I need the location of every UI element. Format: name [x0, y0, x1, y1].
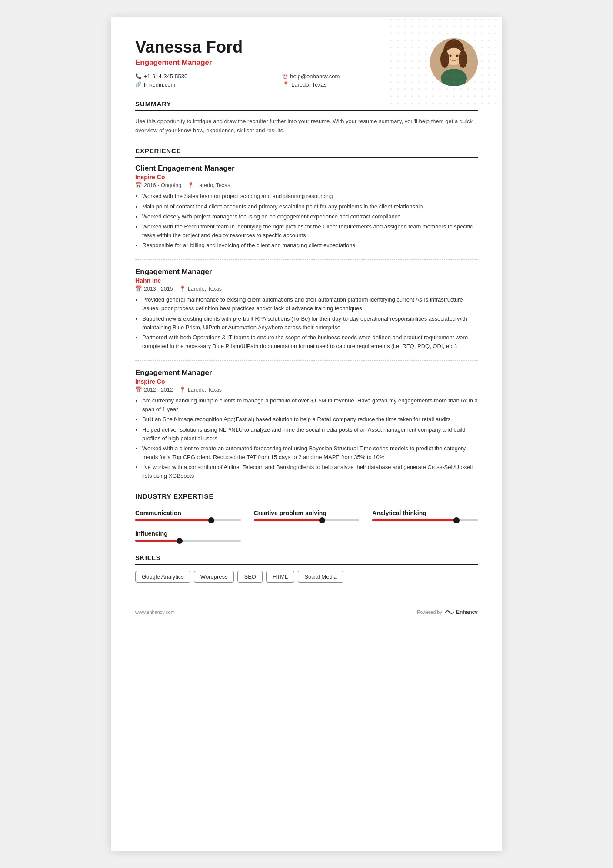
- skill-html: HTML: [266, 571, 294, 583]
- bullet-item: Worked with the Sales team on project sc…: [142, 192, 478, 201]
- svg-point-6: [459, 50, 467, 68]
- header-left: Vanessa Ford Engagement Manager 📞 +1-914…: [135, 38, 430, 88]
- expertise-creative-label: Creative problem solving: [254, 509, 360, 516]
- footer-website: www.enhancv.com: [135, 610, 175, 615]
- header: Vanessa Ford Engagement Manager 📞 +1-914…: [135, 38, 478, 88]
- expertise-influencing-bar: [135, 540, 241, 542]
- skill-social-media: Social Media: [298, 571, 343, 583]
- calendar-icon: 📅: [135, 182, 142, 188]
- expertise-section: INDUSTRY EXPERTISE Communication Creativ…: [135, 493, 478, 542]
- skill-wordpress: Wordpress: [194, 571, 234, 583]
- bullet-item: Provided general maintenance to existing…: [142, 295, 478, 313]
- expertise-communication: Communication: [135, 509, 241, 521]
- bullet-item: Partnered with both Operations & IT team…: [142, 333, 478, 351]
- expertise-influencing-label: Influencing: [135, 530, 241, 537]
- expertise-communication-bar: [135, 519, 241, 521]
- job-1-title: Client Engagement Manager: [135, 164, 478, 173]
- bullet-item: Supplied new & existing clients with pre…: [142, 315, 478, 332]
- job-1-location: 📍 Laredo, Texas: [187, 182, 230, 188]
- location-pin-icon: 📍: [179, 285, 186, 292]
- exp-divider-1: [135, 259, 478, 260]
- job-2-meta: 📅 2013 - 2015 📍 Laredo, Texas: [135, 285, 478, 292]
- job-1-meta: 📅 2016 - Ongoing 📍 Laredo, Texas: [135, 182, 478, 188]
- avatar: [430, 38, 478, 86]
- skills-list: Google Analytics Wordpress SEO HTML Soci…: [135, 571, 478, 583]
- summary-text: Use this opportunity to intrigue and dra…: [135, 117, 478, 135]
- calendar-icon: 📅: [135, 285, 142, 292]
- bullet-item: Am currently handling multiple clients t…: [142, 396, 478, 414]
- email-icon: @: [283, 73, 288, 79]
- location-value: Laredo, Texas: [291, 81, 326, 88]
- powered-by-label: Powered by: [417, 610, 442, 615]
- job-3: Engagement Manager Inspire Co 📅 2012 - 2…: [135, 369, 478, 480]
- job-1-company: Inspire Co: [135, 174, 478, 181]
- expertise-analytical-bar: [372, 519, 478, 521]
- experience-section: EXPERIENCE Client Engagement Manager Ins…: [135, 147, 478, 480]
- phone-contact: 📞 +1-914-345-5530: [135, 73, 274, 80]
- expertise-analytical: Analytical thinking: [372, 509, 478, 521]
- email-contact: @ help@enhancv.com: [283, 73, 421, 80]
- job-3-title: Engagement Manager: [135, 369, 478, 377]
- brand-name: Enhancv: [456, 609, 478, 615]
- phone-icon: 📞: [135, 73, 142, 79]
- resume-page: Vanessa Ford Engagement Manager 📞 +1-914…: [111, 17, 502, 851]
- summary-title: SUMMARY: [135, 100, 478, 111]
- job-2-company: Hahn Inc: [135, 277, 478, 284]
- email-value: help@enhancv.com: [290, 73, 340, 80]
- svg-point-5: [440, 50, 449, 68]
- skill-google-analytics: Google Analytics: [135, 571, 190, 583]
- job-2-location: 📍 Laredo, Texas: [179, 285, 222, 292]
- skills-title: SKILLS: [135, 554, 478, 565]
- skills-section: SKILLS Google Analytics Wordpress SEO HT…: [135, 554, 478, 583]
- job-1: Client Engagement Manager Inspire Co 📅 2…: [135, 164, 478, 250]
- bullet-item: Main point of contact for 4 client accou…: [142, 202, 478, 211]
- bullet-item: Worked closely with project managers foc…: [142, 212, 478, 221]
- calendar-icon: 📅: [135, 386, 142, 393]
- location-contact: 📍 Laredo, Texas: [283, 81, 421, 88]
- bullet-item: Worked with the Recruitment team in iden…: [142, 222, 478, 240]
- contact-grid: 📞 +1-914-345-5530 @ help@enhancv.com 🔗 l…: [135, 73, 421, 88]
- job-1-dates: 📅 2016 - Ongoing: [135, 182, 181, 188]
- job-3-company: Inspire Co: [135, 378, 478, 385]
- bullet-item: Responsible for all billing and invoicin…: [142, 241, 478, 250]
- svg-point-8: [450, 55, 452, 57]
- footer-powered: Powered by Enhancv: [417, 609, 478, 616]
- linkedin-value: linkedin.com: [144, 81, 175, 88]
- bullet-item: Built an Shelf-Image recognition App(Fas…: [142, 415, 478, 424]
- job-1-bullets: Worked with the Sales team on project sc…: [135, 192, 478, 250]
- expertise-analytical-label: Analytical thinking: [372, 509, 478, 516]
- job-2: Engagement Manager Hahn Inc 📅 2013 - 201…: [135, 268, 478, 351]
- exp-divider-2: [135, 360, 478, 361]
- expertise-communication-label: Communication: [135, 509, 241, 516]
- bullet-item: Worked with a client to create an automa…: [142, 444, 478, 462]
- location-pin-icon: 📍: [187, 182, 194, 188]
- expertise-title: INDUSTRY EXPERTISE: [135, 493, 478, 503]
- bullet-item: I've worked with a consortium of Airline…: [142, 463, 478, 480]
- footer: www.enhancv.com Powered by Enhancv: [135, 609, 478, 616]
- expertise-influencing: Influencing: [135, 530, 241, 542]
- job-title: Engagement Manager: [135, 58, 421, 67]
- location-pin-icon: 📍: [179, 386, 186, 393]
- job-2-title: Engagement Manager: [135, 268, 478, 276]
- expertise-grid: Communication Creative problem solving A…: [135, 509, 478, 542]
- candidate-name: Vanessa Ford: [135, 38, 421, 57]
- bullet-item: Helped deliver solutions using NLP/NLU t…: [142, 426, 478, 443]
- expertise-creative-bar: [254, 519, 360, 521]
- job-3-location: 📍 Laredo, Texas: [179, 386, 222, 393]
- job-2-bullets: Provided general maintenance to existing…: [135, 295, 478, 351]
- summary-section: SUMMARY Use this opportunity to intrigue…: [135, 100, 478, 135]
- job-3-dates: 📅 2012 - 2012: [135, 386, 173, 393]
- job-3-bullets: Am currently handling multiple clients t…: [135, 396, 478, 480]
- enhancv-logo: Enhancv: [445, 609, 478, 616]
- job-2-dates: 📅 2013 - 2015: [135, 285, 173, 292]
- skill-seo: SEO: [237, 571, 262, 583]
- svg-point-9: [456, 55, 459, 57]
- expertise-creative: Creative problem solving: [254, 509, 360, 521]
- linkedin-icon: 🔗: [135, 81, 142, 87]
- location-icon: 📍: [283, 81, 289, 87]
- experience-title: EXPERIENCE: [135, 147, 478, 158]
- linkedin-contact: 🔗 linkedin.com: [135, 81, 274, 88]
- job-3-meta: 📅 2012 - 2012 📍 Laredo, Texas: [135, 386, 478, 393]
- phone-value: +1-914-345-5530: [144, 73, 187, 80]
